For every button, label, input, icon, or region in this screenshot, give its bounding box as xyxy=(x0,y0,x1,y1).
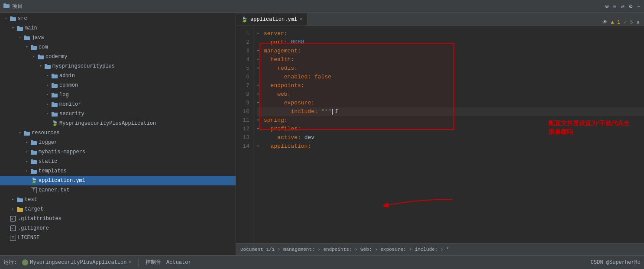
tab-console[interactable]: 控制台 xyxy=(146,259,161,266)
sidebar-item-resources[interactable]: resources xyxy=(0,128,236,138)
run-label: 运行: xyxy=(3,259,17,266)
fold-3[interactable] xyxy=(257,47,264,55)
sidebar-item-mybatis[interactable]: mybatis-mappers xyxy=(0,147,236,157)
run-close[interactable]: × xyxy=(128,260,131,265)
sidebar-item-application-yml[interactable]: 🍃 application.yml xyxy=(0,176,236,185)
sidebar-item-security[interactable]: security xyxy=(0,109,236,119)
sidebar-item-test[interactable]: test xyxy=(0,195,236,204)
arrow-logger xyxy=(24,140,29,145)
tab-bar: 🍃 application.yml × 👁 ▲ 1 ✓ 5 ∧ xyxy=(236,13,644,26)
tab-application-yml[interactable]: 🍃 application.yml × xyxy=(236,13,308,26)
run-item-app[interactable]: MyspringsecurityPlusApplication × xyxy=(22,259,131,266)
svg-rect-6 xyxy=(24,36,30,40)
fold-12[interactable] xyxy=(257,125,264,133)
folder-icon-java xyxy=(24,36,30,40)
svg-rect-19 xyxy=(52,93,54,94)
folder-icon-admin xyxy=(52,74,58,78)
svg-rect-28 xyxy=(31,151,37,155)
add-icon[interactable]: ⊕ xyxy=(605,3,608,10)
code-line-6: ▾ enabled: false xyxy=(257,73,644,81)
l12-key: profiles xyxy=(264,125,298,133)
svg-rect-18 xyxy=(52,94,58,97)
folder-icon-codermy xyxy=(38,55,44,59)
sidebar-item-main[interactable]: main xyxy=(0,23,236,33)
editor-content: 1 2 3 4 5 6 7 8 9 10 11 12 13 14 xyxy=(236,26,644,243)
fold-7[interactable] xyxy=(257,81,264,90)
l5-colon: : xyxy=(294,64,298,73)
fold-4[interactable] xyxy=(257,55,264,64)
sidebar-item-target[interactable]: target xyxy=(0,204,236,214)
sidebar-item-gitattributes[interactable]: ≡ .gitattributes xyxy=(0,214,236,224)
folder-icon-main xyxy=(17,26,23,31)
line-num-1: 1 xyxy=(236,29,253,38)
label-resources: resources xyxy=(32,130,60,136)
l12-colon: : xyxy=(298,125,301,133)
sidebar-item-codermy[interactable]: codermy xyxy=(0,52,236,62)
svg-rect-25 xyxy=(24,131,26,132)
l4-key: health xyxy=(264,55,291,64)
label-test: test xyxy=(25,197,37,203)
arrow-main xyxy=(10,26,16,31)
label-codermy: codermy xyxy=(45,54,67,60)
l5-key: redis xyxy=(264,64,294,73)
fold-5[interactable] xyxy=(257,64,264,73)
main-layout: src main java com xyxy=(0,13,644,255)
svg-rect-29 xyxy=(31,150,33,151)
label-banner: banner.txt xyxy=(39,187,70,193)
arrow-annotation xyxy=(383,191,461,214)
label-security: security xyxy=(59,111,84,117)
sidebar-item-monitor[interactable]: monitor xyxy=(0,100,236,109)
sidebar-item-myspringsecurityplus[interactable]: myspringsecurityplus xyxy=(0,62,236,71)
sidebar-item-static[interactable]: static xyxy=(0,157,236,166)
fold-11[interactable] xyxy=(257,116,264,125)
l8-colon: : xyxy=(288,90,291,99)
cursor-i: I xyxy=(335,107,338,116)
list-icon[interactable]: ≡ xyxy=(613,3,616,10)
folder-icon-log xyxy=(52,93,58,97)
top-bar-icons: ⊕ ≡ ⇌ ⚙ − xyxy=(605,3,641,10)
sidebar-item-admin[interactable]: admin xyxy=(0,71,236,81)
swap-icon[interactable]: ⇌ xyxy=(621,3,625,10)
sidebar-item-java[interactable]: java xyxy=(0,33,236,42)
sidebar-item-gitignore[interactable]: ≡ .gitignore xyxy=(0,224,236,233)
line-num-13: 13 xyxy=(236,133,253,142)
l7-colon: : xyxy=(301,81,304,90)
folder-icon-test xyxy=(17,198,23,202)
l11-colon: : xyxy=(284,116,288,125)
fold-1[interactable] xyxy=(257,29,264,38)
expand-icon[interactable]: ∧ xyxy=(637,19,640,26)
fold-9[interactable] xyxy=(257,99,264,107)
l14-key: application xyxy=(264,142,307,151)
fold-8[interactable] xyxy=(257,90,264,99)
code-area[interactable]: 配置文件里设置为*不就代表全部暴露吗 server: ▾ port: 8088 … xyxy=(253,26,644,243)
sidebar-item-log[interactable]: log xyxy=(0,90,236,100)
sidebar-item-com[interactable]: com xyxy=(0,42,236,52)
tab-actuator[interactable]: Actuator xyxy=(166,259,191,266)
l11-key: spring xyxy=(264,116,284,125)
txt-icon-license: T xyxy=(10,235,16,241)
settings-icon[interactable]: ⚙ xyxy=(629,3,632,10)
code-line-3: management: xyxy=(257,47,644,55)
sidebar-item-logger[interactable]: logger xyxy=(0,138,236,147)
tab-close-btn[interactable]: × xyxy=(300,17,302,22)
l6-val: false xyxy=(314,73,331,81)
comment-text: 配置文件里设置为*不就代表全部暴露吗 xyxy=(549,120,630,135)
sidebar-item-src[interactable]: src xyxy=(0,14,236,23)
label-src: src xyxy=(18,16,27,22)
sidebar-item-templates[interactable]: templates xyxy=(0,166,236,176)
code-line-7: endpoints: xyxy=(257,81,644,90)
folder-icon-myspringsecurityplus xyxy=(45,64,51,69)
svg-rect-12 xyxy=(45,65,51,69)
minimize-icon[interactable]: − xyxy=(637,3,641,10)
label-logger: logger xyxy=(39,139,57,146)
sidebar-item-common[interactable]: common xyxy=(0,81,236,90)
arrow-resources xyxy=(17,130,23,136)
sidebar-item-license[interactable]: T LICENSE xyxy=(0,233,236,243)
fold-14[interactable] xyxy=(257,142,264,151)
arrow-common xyxy=(45,83,50,88)
label-license: LICENSE xyxy=(18,235,39,241)
line-num-12: 12 xyxy=(236,125,253,133)
sidebar-item-main-app[interactable]: 🍃 MyspringsecurityPlusApplication xyxy=(0,119,236,128)
l9-key: exposure xyxy=(264,99,311,107)
sidebar-item-banner[interactable]: T banner.txt xyxy=(0,185,236,195)
